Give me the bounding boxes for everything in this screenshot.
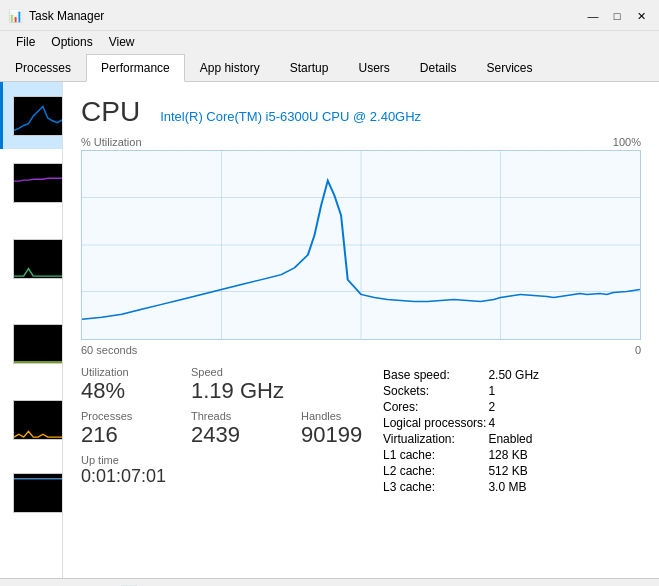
sockets-label: Sockets: [383, 384, 486, 398]
tab-startup[interactable]: Startup [275, 54, 344, 82]
l3cache-value: 3.0 MB [488, 480, 539, 494]
stats-section: Utilization 48% Speed 1.19 GHz Processes… [81, 366, 641, 496]
gpu0-mini-chart [13, 473, 63, 513]
l1cache-value: 128 KB [488, 448, 539, 462]
base-speed-label: Base speed: [383, 368, 486, 382]
processes-value: 216 [81, 422, 161, 448]
tabs: Processes Performance App history Startu… [0, 53, 659, 82]
sidebar-item-disk0[interactable]: Disk 0 (C:) SSD 3% [0, 216, 62, 301]
menu-bar: File Options View [0, 31, 659, 53]
sidebar-item-memory[interactable]: Memory 10.7/15.9 GB (67%) [0, 149, 62, 216]
sidebar-item-disk1[interactable]: Disk 1 (D:) USB 0% [0, 301, 62, 386]
minimize-button[interactable]: — [583, 6, 603, 26]
bottom-bar: ⬆ Fewer details 📈 Open Resource Monitor [0, 578, 659, 586]
sidebar: CPU 48% 1.19 GHz Memory 10.7/15.9 GB (67… [0, 82, 63, 578]
tab-processes[interactable]: Processes [0, 54, 86, 82]
title-bar: 📊 Task Manager — □ ✕ [0, 0, 659, 31]
sidebar-item-gpu0[interactable]: GPU 0 Intel(R) HD Graphi... 100% [0, 453, 62, 532]
detail-title: CPU [81, 96, 140, 128]
base-speed-value: 2.50 GHz [488, 368, 539, 382]
speed-stat: Speed 1.19 GHz [191, 366, 284, 404]
memory-mini-chart [13, 163, 63, 203]
cores-value: 2 [488, 400, 539, 414]
menu-view[interactable]: View [101, 33, 143, 51]
l3cache-label: L3 cache: [383, 480, 486, 494]
utilization-stat: Utilization 48% [81, 366, 161, 404]
l2cache-value: 512 KB [488, 464, 539, 478]
processes-stat: Processes 216 [81, 410, 161, 448]
tab-services[interactable]: Services [472, 54, 548, 82]
processes-label: Processes [81, 410, 161, 422]
cores-label: Cores: [383, 400, 486, 414]
chart-y-label: % Utilization [81, 136, 142, 148]
virtualization-value: Enabled [488, 432, 539, 446]
utilization-value: 48% [81, 378, 161, 404]
handles-value: 90199 [301, 422, 381, 448]
uptime-label: Up time [81, 454, 381, 466]
close-button[interactable]: ✕ [631, 6, 651, 26]
threads-value: 2439 [191, 422, 271, 448]
disk1-mini-chart [13, 324, 63, 364]
utilization-speed-row: Utilization 48% Speed 1.19 GHz [81, 366, 381, 404]
chart-label-top: % Utilization 100% [81, 136, 641, 148]
time-right: 0 [635, 344, 641, 356]
logical-processors-value: 4 [488, 416, 539, 430]
tab-details[interactable]: Details [405, 54, 472, 82]
stats-left: Utilization 48% Speed 1.19 GHz Processes… [81, 366, 381, 496]
detail-subtitle: Intel(R) Core(TM) i5-6300U CPU @ 2.40GHz [160, 109, 421, 124]
time-label: 60 seconds [81, 344, 137, 356]
main-content: CPU 48% 1.19 GHz Memory 10.7/15.9 GB (67… [0, 82, 659, 578]
tab-performance[interactable]: Performance [86, 54, 185, 82]
ethernet-mini-chart [13, 400, 63, 440]
chart-label-bottom: 60 seconds 0 [81, 344, 641, 356]
window-title: Task Manager [29, 9, 104, 23]
chart-max-label: 100% [613, 136, 641, 148]
proc-thread-handle-row: Processes 216 Threads 2439 Handles 90199 [81, 410, 381, 448]
right-stats: Base speed: 2.50 GHz Sockets: 1 Cores: 2… [381, 366, 641, 496]
app-icon: 📊 [8, 9, 23, 23]
handles-stat: Handles 90199 [301, 410, 381, 448]
tab-users[interactable]: Users [343, 54, 404, 82]
menu-options[interactable]: Options [43, 33, 100, 51]
cpu-chart [81, 150, 641, 340]
detail-panel: CPU Intel(R) Core(TM) i5-6300U CPU @ 2.4… [63, 82, 659, 578]
handles-label: Handles [301, 410, 381, 422]
maximize-button[interactable]: □ [607, 6, 627, 26]
sockets-value: 1 [488, 384, 539, 398]
uptime-block: Up time 0:01:07:01 [81, 454, 381, 487]
sidebar-item-cpu[interactable]: CPU 48% 1.19 GHz [0, 82, 62, 149]
threads-stat: Threads 2439 [191, 410, 271, 448]
speed-value: 1.19 GHz [191, 378, 284, 404]
logical-processors-label: Logical processors: [383, 416, 486, 430]
uptime-value: 0:01:07:01 [81, 466, 381, 487]
tab-app-history[interactable]: App history [185, 54, 275, 82]
speed-label: Speed [191, 366, 284, 378]
detail-header: CPU Intel(R) Core(TM) i5-6300U CPU @ 2.4… [81, 96, 641, 128]
sidebar-item-ethernet[interactable]: Ethernet Ethernet S: 0 R: 0 Kbps [0, 386, 62, 453]
threads-label: Threads [191, 410, 271, 422]
l1cache-label: L1 cache: [383, 448, 486, 462]
cpu-mini-chart [13, 96, 63, 136]
disk0-mini-chart [13, 239, 63, 279]
menu-file[interactable]: File [8, 33, 43, 51]
utilization-label: Utilization [81, 366, 161, 378]
virtualization-label: Virtualization: [383, 432, 486, 446]
l2cache-label: L2 cache: [383, 464, 486, 478]
